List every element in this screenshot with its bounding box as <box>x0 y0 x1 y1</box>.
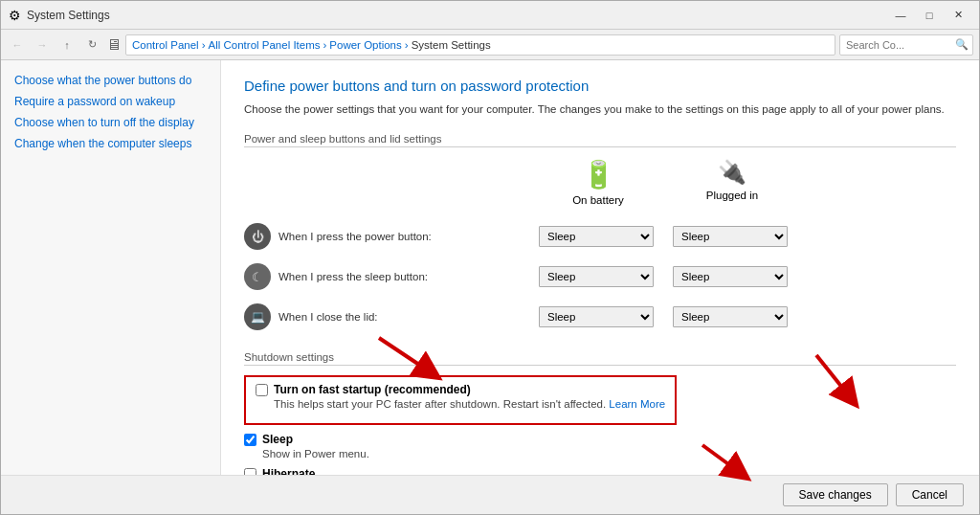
left-nav: Choose what the power buttons do Require… <box>1 60 221 475</box>
fast-startup-row: Turn on fast startup (recommended) <box>256 383 665 396</box>
battery-icon: 🔋 <box>582 159 615 190</box>
maximize-button[interactable]: □ <box>916 5 943 26</box>
lid-plugged-dropdown-cell: Sleep Do nothing Hibernate Shut down Tur… <box>665 302 799 331</box>
lid-battery-dropdown-cell: Sleep Do nothing Hibernate Shut down Tur… <box>531 302 665 331</box>
title-bar-left: ⚙ System Settings <box>9 8 110 23</box>
sleep-icon: ☾ <box>244 263 271 290</box>
page-subtitle: Choose the power settings that you want … <box>244 101 956 118</box>
lid-battery-select[interactable]: Sleep Do nothing Hibernate Shut down Tur… <box>539 306 654 327</box>
column-header-battery: 🔋 On battery <box>531 159 665 213</box>
lid-row: 💻 When I close the lid: Sleep Do nothing… <box>244 298 956 336</box>
power-button-label: ⏻ When I press the power button: <box>244 217 531 256</box>
power-plugged-dropdown-cell: Sleep Do nothing Hibernate Shut down Tur… <box>665 222 799 251</box>
footer: Save changes Cancel <box>1 475 979 514</box>
plugged-icon: 🔌 <box>718 159 746 186</box>
close-button[interactable]: ✕ <box>945 5 971 26</box>
shutdown-section: Shutdown settings Turn on fast startup (… <box>244 351 956 475</box>
save-changes-button[interactable]: Save changes <box>783 483 888 506</box>
location-icon: 🖥 <box>106 36 122 54</box>
plugged-label: Plugged in <box>706 190 758 201</box>
battery-label: On battery <box>572 194 624 206</box>
address-bar: ← → ↑ ↻ 🖥 Control Panel › All Control Pa… <box>1 30 979 60</box>
sleep-battery-dropdown-cell: Sleep Do nothing Hibernate Shut down Tur… <box>531 262 665 291</box>
save-arrow-indicator <box>693 440 769 488</box>
section1-divider: Power and sleep buttons and lid settings <box>244 133 956 147</box>
search-wrap: 🔍 <box>839 34 973 56</box>
shutdown-title: Shutdown settings <box>244 351 956 366</box>
breadcrumb-all-items[interactable]: All Control Panel Items <box>209 39 321 51</box>
breadcrumb-control-panel[interactable]: Control Panel <box>132 39 199 51</box>
search-input[interactable] <box>839 34 973 56</box>
left-nav-password-wake[interactable]: Require a password on wakeup <box>1 91 220 112</box>
sleep-desc: Show in Power menu. <box>262 448 956 459</box>
page-title: Define power buttons and turn on passwor… <box>244 78 956 94</box>
fast-startup-desc: This helps start your PC faster after sh… <box>274 398 665 410</box>
lid-icon: 💻 <box>244 303 271 330</box>
main-panel: Define power buttons and turn on passwor… <box>221 60 979 475</box>
power-battery-dropdown-cell: Sleep Do nothing Hibernate Shut down Tur… <box>531 222 665 251</box>
power-plugged-select[interactable]: Sleep Do nothing Hibernate Shut down Tur… <box>673 226 788 247</box>
fast-startup-box: Turn on fast startup (recommended) This … <box>244 375 677 425</box>
fast-startup-checkbox[interactable] <box>256 384 268 396</box>
cancel-button[interactable]: Cancel <box>896 483 964 506</box>
power-button-row: ⏻ When I press the power button: Sleep D… <box>244 217 956 256</box>
content-area: Choose what the power buttons do Require… <box>1 60 979 475</box>
minimize-button[interactable]: — <box>887 5 914 26</box>
row-label-spacer <box>244 159 531 213</box>
refresh-button[interactable]: ↻ <box>81 34 102 56</box>
sleep-checkbox-row: Sleep <box>244 433 956 446</box>
left-nav-choose-plan[interactable]: Choose what the power buttons do <box>1 70 220 91</box>
sleep-plugged-select[interactable]: Sleep Do nothing Hibernate Shut down Tur… <box>673 266 788 287</box>
sleep-item: Sleep Show in Power menu. <box>244 433 956 459</box>
power-battery-select[interactable]: Sleep Do nothing Hibernate Shut down Tur… <box>539 226 654 247</box>
hibernate-checkbox-row: Hibernate <box>244 467 956 475</box>
hibernate-label: Hibernate <box>262 467 315 475</box>
window-icon: ⚙ <box>9 8 21 23</box>
sleep-button-row: ☾ When I press the sleep button: Sleep D… <box>244 258 956 296</box>
breadcrumb-power-options[interactable]: Power Options <box>329 39 401 51</box>
hibernate-checkbox[interactable] <box>244 468 256 475</box>
left-nav-display-off[interactable]: Choose when to turn off the display <box>1 112 220 133</box>
sleep-plugged-dropdown-cell: Sleep Do nothing Hibernate Shut down Tur… <box>665 262 799 291</box>
sleep-battery-select[interactable]: Sleep Do nothing Hibernate Shut down Tur… <box>539 266 654 287</box>
sleep-checkbox[interactable] <box>244 434 256 446</box>
title-controls: — □ ✕ <box>887 5 971 26</box>
breadcrumb: Control Panel › All Control Panel Items … <box>125 34 835 56</box>
hibernate-item: Hibernate Show in Power menu. <box>244 467 956 475</box>
title-bar: ⚙ System Settings — □ ✕ <box>1 1 979 30</box>
column-header-plugged: 🔌 Plugged in <box>665 159 799 213</box>
main-window: ⚙ System Settings — □ ✕ ← → ↑ ↻ 🖥 Contro… <box>0 0 980 515</box>
sleep-label: Sleep <box>262 433 293 446</box>
breadcrumb-system-settings: System Settings <box>412 39 491 51</box>
lid-label: 💻 When I close the lid: <box>244 298 531 336</box>
left-nav-sleep-settings[interactable]: Change when the computer sleeps <box>1 133 220 154</box>
sleep-button-label: ☾ When I press the sleep button: <box>244 258 531 296</box>
up-button[interactable]: ↑ <box>56 34 78 56</box>
fast-startup-label: Turn on fast startup (recommended) <box>274 383 471 396</box>
learn-more-link[interactable]: Learn More <box>609 398 665 410</box>
power-icon: ⏻ <box>244 223 271 250</box>
column-headers: 🔋 On battery 🔌 Plugged in <box>244 159 956 213</box>
search-icon: 🔍 <box>955 38 969 51</box>
forward-button[interactable]: → <box>32 34 53 56</box>
back-button[interactable]: ← <box>7 34 28 56</box>
lid-plugged-select[interactable]: Sleep Do nothing Hibernate Shut down Tur… <box>673 306 788 327</box>
window-title: System Settings <box>27 9 110 22</box>
